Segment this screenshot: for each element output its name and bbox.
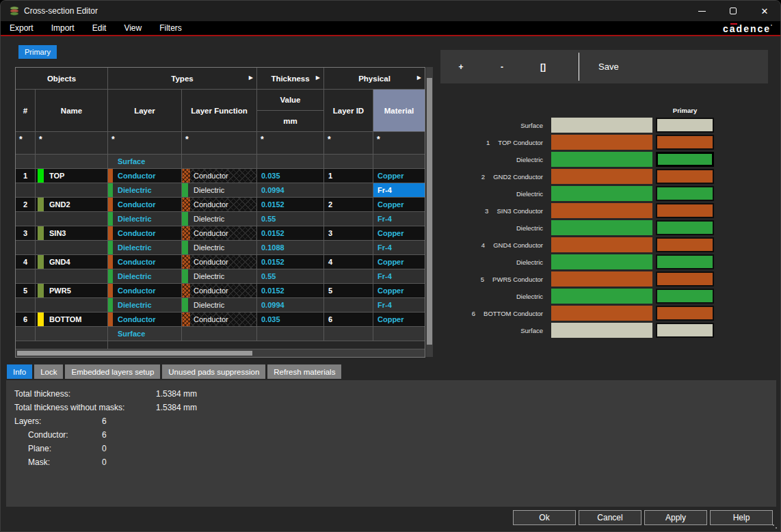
cell-layer-function[interactable]: Dielectric	[182, 183, 257, 197]
cell-name[interactable]: GND4	[36, 255, 108, 269]
cell-layer-function[interactable]: Conductor	[182, 284, 257, 297]
maximize-button[interactable]	[717, 1, 749, 21]
cell-row-number[interactable]	[16, 155, 36, 168]
cell-row-number[interactable]	[16, 212, 36, 226]
cell-layer-function[interactable]: Dielectric	[182, 212, 257, 226]
cell-name[interactable]	[36, 241, 108, 254]
cell-material[interactable]: Fr-4	[373, 212, 425, 226]
filter-input-name[interactable]: *	[36, 132, 108, 154]
stack-bar-wide-dielectric[interactable]	[551, 152, 652, 167]
cell-name[interactable]	[36, 298, 108, 312]
stack-bar-primary-dielectric[interactable]	[656, 152, 714, 167]
cell-name[interactable]: GND2	[36, 198, 108, 211]
cell-layer[interactable]: Conductor	[108, 198, 182, 211]
cell-material[interactable]: Copper	[373, 169, 425, 183]
cell-layer-id[interactable]: 4	[324, 255, 373, 269]
cell-row-number[interactable]	[16, 183, 36, 197]
column-header-value[interactable]: Value	[257, 90, 323, 111]
group-header-objects[interactable]: Objects	[16, 68, 108, 89]
cell-row-number[interactable]	[16, 269, 36, 283]
cell-thickness-value[interactable]: 0.0152	[257, 198, 324, 211]
cell-thickness-value[interactable]: 0.0994	[257, 298, 324, 312]
cell-layer[interactable]: Conductor	[108, 312, 182, 326]
cell-layer-id[interactable]	[324, 155, 373, 168]
cell-row-number[interactable]	[16, 298, 36, 312]
cell-layer-id[interactable]: 5	[324, 284, 373, 297]
expand-arrow-icon[interactable]: ▶	[316, 75, 320, 81]
cell-name[interactable]	[36, 269, 108, 283]
column-header-layer-function[interactable]: Layer Function	[182, 90, 257, 131]
cancel-button[interactable]: Cancel	[579, 510, 641, 525]
select-range-button[interactable]: []	[522, 62, 564, 72]
cell-name[interactable]: SIN3	[36, 226, 108, 240]
stack-bar-wide-surface[interactable]	[551, 323, 652, 338]
cell-layer-id[interactable]	[324, 183, 373, 197]
column-header-layer[interactable]: Layer	[108, 90, 182, 131]
save-button[interactable]: Save	[579, 62, 620, 72]
stack-bar-primary-surface[interactable]	[656, 323, 714, 338]
stack-bar-primary-conductor[interactable]	[656, 135, 714, 150]
ok-button[interactable]: Ok	[513, 510, 576, 525]
filter-input-layer[interactable]: *	[108, 132, 182, 154]
cell-thickness-value[interactable]: 0.0994	[257, 183, 324, 197]
cell-thickness-value[interactable]: 0.0152	[257, 284, 324, 297]
menu-filters[interactable]: Filters	[150, 23, 191, 33]
cell-material[interactable]: Copper	[373, 226, 425, 240]
column-header-layer-id[interactable]: Layer ID	[324, 90, 373, 131]
cell-layer[interactable]: Dielectric	[108, 269, 182, 283]
cell-layer-function[interactable]: Conductor	[182, 226, 257, 240]
cell-row-number[interactable]	[16, 327, 36, 341]
tab-unused-pads-suppression[interactable]: Unused pads suppression	[162, 364, 265, 379]
stack-bar-primary-dielectric[interactable]	[656, 186, 714, 201]
expand-arrow-icon[interactable]: ▶	[249, 75, 253, 81]
vertical-scrollbar-thumb[interactable]	[427, 78, 432, 345]
cell-material[interactable]: Fr-4	[373, 298, 425, 312]
cell-layer[interactable]: Surface	[108, 155, 182, 168]
group-header-thickness[interactable]: Thickness▶	[257, 68, 324, 89]
cell-thickness-value[interactable]: 0.0152	[257, 226, 324, 240]
cell-layer-function[interactable]: Conductor	[182, 169, 257, 183]
help-button[interactable]: Help	[710, 510, 773, 525]
cell-row-number[interactable]: 3	[16, 226, 36, 240]
cell-layer[interactable]: Dielectric	[108, 298, 182, 312]
stack-bar-primary-dielectric[interactable]	[656, 220, 714, 235]
cell-layer-function[interactable]	[182, 155, 257, 168]
stack-bar-wide-dielectric[interactable]	[551, 220, 652, 235]
stack-bar-primary-surface[interactable]	[656, 118, 714, 133]
stack-bar-wide-dielectric[interactable]	[551, 289, 652, 304]
stack-bar-wide-surface[interactable]	[551, 118, 652, 133]
cell-layer-id[interactable]	[324, 269, 373, 283]
stack-bar-primary-conductor[interactable]	[656, 306, 714, 321]
stack-bar-wide-conductor[interactable]	[551, 135, 652, 150]
tab-refresh-materials[interactable]: Refresh materials	[267, 364, 341, 379]
cell-name[interactable]	[36, 155, 108, 168]
close-button[interactable]: ✕	[749, 1, 780, 21]
stack-bar-primary-conductor[interactable]	[656, 169, 714, 184]
tab-info[interactable]: Info	[7, 364, 32, 379]
stack-bar-wide-conductor[interactable]	[551, 169, 652, 184]
cell-layer[interactable]: Conductor	[108, 226, 182, 240]
add-layer-button[interactable]: +	[440, 62, 481, 72]
stack-bar-wide-conductor[interactable]	[551, 271, 652, 287]
cell-material[interactable]	[373, 155, 425, 168]
cell-thickness-value[interactable]: 0.035	[257, 169, 324, 183]
group-header-types[interactable]: Types▶	[108, 68, 257, 89]
cell-row-number[interactable]	[16, 241, 36, 254]
cell-layer-id[interactable]	[324, 241, 373, 254]
cell-layer[interactable]: Conductor	[108, 284, 182, 297]
stack-bar-wide-conductor[interactable]	[551, 237, 652, 252]
cell-material[interactable]: Fr-4	[373, 241, 425, 254]
filter-input-material[interactable]: *	[373, 132, 425, 154]
cell-name[interactable]	[36, 183, 108, 197]
filter-input-layer-id[interactable]: *	[324, 132, 373, 154]
cell-row-number[interactable]: 6	[16, 312, 36, 326]
cell-layer[interactable]: Conductor	[108, 255, 182, 269]
cell-layer[interactable]: Dielectric	[108, 241, 182, 254]
cell-row-number[interactable]: 4	[16, 255, 36, 269]
cell-name[interactable]	[36, 212, 108, 226]
cell-layer[interactable]: Surface	[108, 327, 182, 341]
filter-input-value[interactable]: *	[257, 132, 324, 154]
apply-button[interactable]: Apply	[644, 510, 707, 525]
cell-layer[interactable]: Dielectric	[108, 183, 182, 197]
cell-material[interactable]	[373, 327, 425, 341]
